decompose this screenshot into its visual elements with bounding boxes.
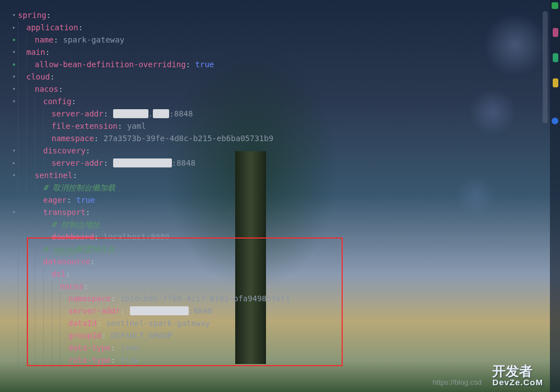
redacted-ip <box>153 109 169 118</box>
val-ds-namespace: 1b1dcb8b-7f60-4c17-8f02-bfa94985fef1 <box>120 294 290 303</box>
redacted-ip <box>113 158 172 167</box>
key-ds-namespace: namespace <box>68 294 111 303</box>
key-file-ext: file-extension <box>52 122 118 130</box>
key-server-addr: server-addr <box>52 109 104 118</box>
key-name: name <box>35 35 54 44</box>
key-spring: spring <box>18 11 46 20</box>
key-nacos: nacos <box>35 85 58 94</box>
key-discovery: discovery <box>43 146 86 155</box>
val-groupId: DEFAULT_GROUP <box>111 331 172 340</box>
scroll-thumb[interactable] <box>543 11 548 123</box>
key-eager: eager <box>43 195 67 204</box>
key-groupId: groupId <box>68 331 101 340</box>
tool-window-stripe <box>550 0 560 392</box>
key-config: config <box>43 97 72 106</box>
val-eager: true <box>76 195 95 204</box>
code-editor[interactable]: ▾ ▸ ● ▾ ● ▾ ▾ ▾ ▾ ▸ ▾ ▾ ▾ ▾ ▾ spring: ap… <box>0 0 560 392</box>
comment-nacos: # <box>43 245 53 254</box>
key-sentinel: sentinel <box>35 171 72 180</box>
key-server-addr: server-addr <box>52 158 104 167</box>
status-icon[interactable] <box>552 2 558 9</box>
val-config-port: :8848 <box>169 109 193 118</box>
redacted-ip <box>113 109 148 118</box>
val-ds-port: :8848 <box>189 306 212 315</box>
val-app-name: spark-gateway <box>63 35 125 44</box>
tool-tab[interactable] <box>553 28 558 37</box>
key-cloud: cloud <box>26 72 50 81</box>
val-discovery-port: :8848 <box>172 158 195 167</box>
key-ds1: ds1 <box>52 269 66 278</box>
val-dataId: sentinel-spark-gateway <box>106 319 209 328</box>
scrollbar[interactable] <box>542 0 548 392</box>
tool-tab[interactable] <box>553 78 558 87</box>
val-file-ext: yaml <box>127 122 146 130</box>
key-ds-server-addr: server-addr <box>68 306 120 315</box>
key-dashboard: dashboard <box>52 232 94 241</box>
key-data-type: data-type <box>68 343 111 352</box>
tool-tab[interactable] <box>553 53 558 62</box>
key-namespace: namespace <box>52 134 94 143</box>
key-application: application <box>26 23 78 32</box>
key-main: main <box>26 48 45 57</box>
val-config-ns: 27a3573b-39fe-4d8c-b215-eb6ba05731b9 <box>104 134 273 143</box>
watermark-url: https://blog.csd <box>433 376 482 389</box>
gutter: ▾ ▸ ● ▾ ● ▾ ▾ ▾ ▾ ▸ ▾ ▾ ▾ ▾ ▾ <box>0 0 17 392</box>
comment-dashboard: # 控制台地址 <box>52 220 100 229</box>
val-rule-type: flow <box>120 356 139 365</box>
redacted-ip <box>130 306 189 315</box>
val-dashboard: localhost:8080 <box>104 232 170 241</box>
code-area[interactable]: spring: application: name: spark-gateway… <box>17 0 560 392</box>
tool-tab[interactable] <box>552 118 558 124</box>
val-allow-bean: true <box>195 60 214 69</box>
watermark-logo: 开发者 DevZe.CoM <box>492 365 543 386</box>
comment-eager: # 取消控制台懒加载 <box>43 183 115 192</box>
key-rule-type: rule-type <box>68 356 111 365</box>
key-transport: transport <box>43 208 86 217</box>
val-data-type: json <box>120 343 139 352</box>
key-datasource: datasource <box>43 257 90 266</box>
key-nacos-ds: nacos <box>60 282 83 291</box>
key-dataId: dataId <box>68 319 97 328</box>
key-allow-bean: allow-bean-definition-overriding <box>35 60 186 69</box>
